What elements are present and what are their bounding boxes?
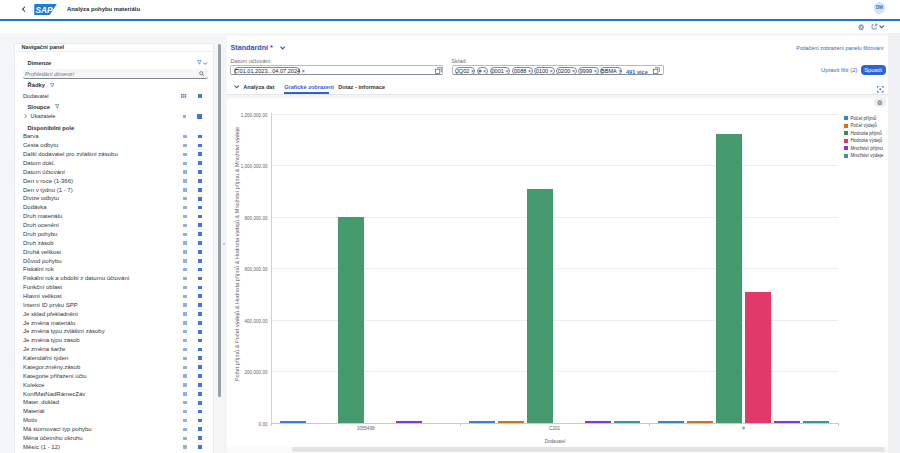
svg-text:SAP: SAP (35, 5, 53, 15)
